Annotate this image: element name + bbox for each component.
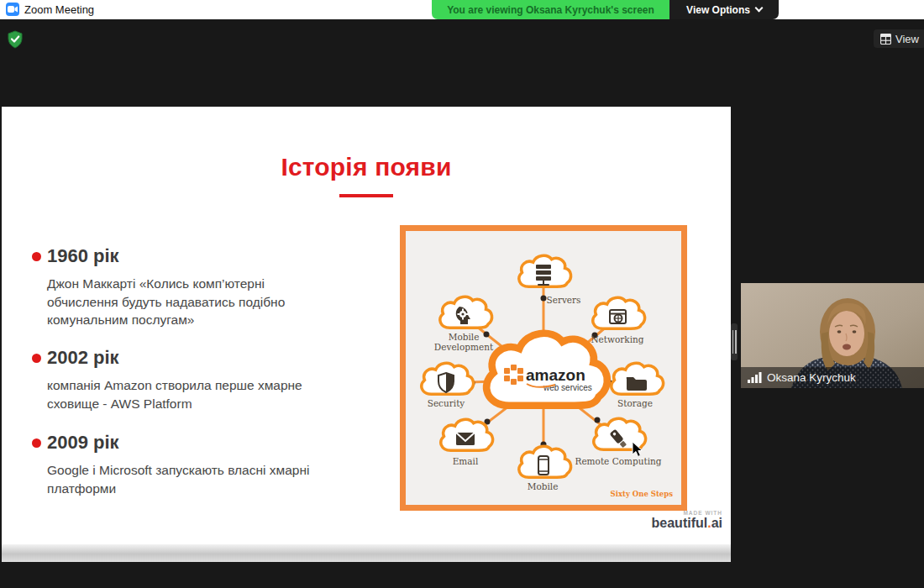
- bullet-year: 1960 рік: [47, 245, 312, 267]
- mobile-development-node: [440, 297, 492, 328]
- panel-drag-handle[interactable]: [731, 323, 738, 360]
- participant-name: Oksana Kyrychuk: [767, 371, 856, 384]
- bullet-1960: 1960 рік Джон Маккарті «Колись комп’ютер…: [32, 245, 312, 329]
- networking-node: [593, 297, 645, 328]
- share-banner-message: You are viewing Oksana Kyrychuk's screen: [432, 0, 669, 19]
- security-shield-icon[interactable]: [7, 30, 24, 52]
- view-button[interactable]: View: [874, 29, 924, 48]
- bullet-year: 2002 рік: [47, 347, 333, 369]
- aws-services-diagram: amazon web services Servers Networking: [400, 225, 687, 511]
- window-title: Zoom Meeting: [24, 3, 94, 16]
- slide-title: Історія появи: [2, 153, 731, 181]
- security-label: Security: [428, 398, 465, 408]
- mobile-node: [519, 446, 571, 477]
- email-icon: [456, 433, 475, 445]
- chevron-down-icon: [754, 4, 763, 13]
- bullet-text: компанія Amazon створила перше хмарне сх…: [47, 376, 333, 412]
- bullet-2009: 2009 рік Google і Microsoft запускають в…: [32, 432, 343, 497]
- mouse-cursor: [632, 441, 643, 458]
- email-label: Email: [453, 456, 479, 466]
- bullet-dot: [32, 252, 41, 261]
- slide-edge-strip: [2, 544, 731, 562]
- networking-label: Networking: [591, 334, 643, 344]
- servers-node: [519, 255, 571, 286]
- security-node: [422, 363, 474, 394]
- participant-name-bar: Oksana Kyrychuk: [741, 367, 924, 388]
- bullet-dot: [32, 354, 41, 363]
- beautiful-ai-logo: MADE WITH beautiful.ai: [652, 510, 722, 531]
- remote-computing-label: Remote Computing: [575, 456, 661, 466]
- zoom-app-icon: [6, 3, 19, 16]
- storage-node: [612, 363, 664, 394]
- aws-brand-text: amazon: [526, 366, 585, 384]
- view-options-button[interactable]: View Options: [669, 0, 779, 19]
- view-button-label: View: [895, 33, 919, 45]
- title-underline: [339, 194, 393, 197]
- participant-video[interactable]: Oksana Kyrychuk: [741, 283, 924, 388]
- servers-label: Servers: [547, 295, 581, 305]
- beautiful-ai-wordmark: beautiful.ai: [652, 516, 722, 531]
- mobile-development-label-1: Mobile: [449, 332, 480, 342]
- share-banner-group: You are viewing Oksana Kyrychuk's screen…: [432, 0, 779, 19]
- view-options-label: View Options: [686, 4, 750, 16]
- aws-sub-text: web services: [543, 383, 592, 392]
- bullet-dot: [32, 438, 41, 448]
- bullet-text: Джон Маккарті «Колись комп’ютерні обчисл…: [47, 275, 312, 329]
- bullet-2002: 2002 рік компанія Amazon створила перше …: [32, 347, 333, 412]
- storage-label: Storage: [617, 398, 653, 408]
- bullet-year: 2009 рік: [47, 432, 343, 454]
- made-with-label: MADE WITH: [652, 510, 722, 516]
- grid-view-icon: [880, 34, 891, 45]
- email-node: [441, 419, 493, 450]
- bullet-text: Google і Microsoft запускають власні хма…: [47, 461, 343, 497]
- mobile-development-label-2: Development: [434, 342, 494, 352]
- sixty-one-steps-watermark: Sixty One Steps: [611, 490, 674, 498]
- audio-signal-icon: [748, 372, 762, 383]
- mobile-label: Mobile: [528, 481, 559, 491]
